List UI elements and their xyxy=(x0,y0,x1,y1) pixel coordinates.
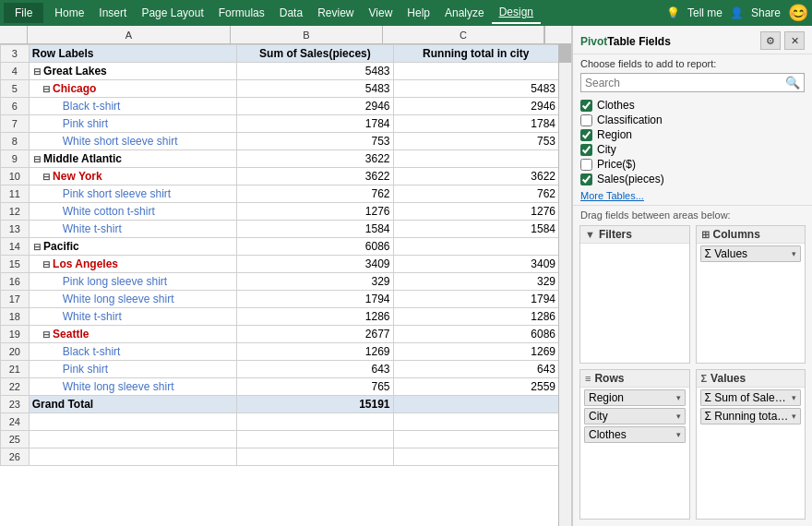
menu-analyze[interactable]: Analyze xyxy=(437,3,492,23)
menu-page-layout[interactable]: Page Layout xyxy=(134,3,210,23)
cell-c[interactable]: Running total in city xyxy=(393,45,558,63)
cell-a[interactable]: ⊟ Seattle xyxy=(29,326,237,343)
cell-c[interactable]: 1784 xyxy=(393,115,558,133)
cell-a[interactable]: Row Labels xyxy=(29,45,237,63)
tellme-label[interactable]: Tell me xyxy=(687,6,722,19)
cell-a[interactable]: White t-shirt xyxy=(29,308,237,326)
cell-a[interactable] xyxy=(29,431,237,448)
cell-c[interactable]: 643 xyxy=(393,361,558,378)
cell-c[interactable] xyxy=(393,63,558,80)
cell-c[interactable]: 762 xyxy=(393,185,558,203)
cell-a[interactable] xyxy=(29,413,237,431)
cell-c[interactable] xyxy=(393,431,558,448)
values-pill[interactable]: Σ Running total ...▾ xyxy=(700,408,802,424)
pivot-close-btn[interactable]: ✕ xyxy=(784,31,805,50)
cell-c[interactable] xyxy=(393,396,558,413)
columns-values-pill[interactable]: Σ Values ▾ xyxy=(700,245,802,262)
pivot-field-checkbox[interactable] xyxy=(580,159,592,171)
cell-a[interactable]: ⊟ Great Lakes xyxy=(29,63,237,80)
cell-b[interactable] xyxy=(237,431,393,448)
cell-b[interactable]: 2946 xyxy=(237,98,393,115)
cell-a[interactable]: ⊟ New York xyxy=(29,168,237,185)
cell-b[interactable]: 5483 xyxy=(237,80,393,98)
cell-c[interactable]: 2946 xyxy=(393,98,558,115)
cell-c[interactable]: 5483 xyxy=(393,80,558,98)
cell-a[interactable]: Pink short sleeve shirt xyxy=(29,185,237,203)
menu-file[interactable]: File xyxy=(4,3,43,23)
cell-a[interactable]: White t-shirt xyxy=(29,221,237,238)
cell-b[interactable]: 15191 xyxy=(237,396,393,413)
cell-a[interactable]: Pink shirt xyxy=(29,361,237,378)
cell-c[interactable]: 3409 xyxy=(393,256,558,273)
cell-b[interactable]: 1584 xyxy=(237,221,393,238)
cell-a[interactable]: ⊟ Pacific xyxy=(29,238,237,256)
cell-c[interactable]: 1276 xyxy=(393,203,558,221)
cell-a[interactable]: Grand Total xyxy=(29,396,237,413)
cell-b[interactable]: 1269 xyxy=(237,343,393,361)
cell-a[interactable]: ⊟ Middle Atlantic xyxy=(29,150,237,168)
scrollbar[interactable] xyxy=(558,44,571,526)
pivot-field-checkbox[interactable] xyxy=(580,114,592,126)
menu-insert[interactable]: Insert xyxy=(91,3,134,23)
pivot-search-box[interactable]: 🔍 xyxy=(580,73,805,92)
cell-c[interactable] xyxy=(393,448,558,466)
rows-pill[interactable]: Clothes▾ xyxy=(584,426,686,443)
cell-b[interactable]: 1784 xyxy=(237,115,393,133)
rows-pill[interactable]: Region▾ xyxy=(584,389,686,406)
cell-c[interactable]: 1286 xyxy=(393,308,558,326)
cell-b[interactable]: 3409 xyxy=(237,256,393,273)
cell-c[interactable]: 2559 xyxy=(393,378,558,396)
cell-a[interactable]: Black t-shirt xyxy=(29,98,237,115)
cell-a[interactable]: White long sleeve shirt xyxy=(29,291,237,308)
pivot-field-checkbox[interactable] xyxy=(580,144,592,156)
menu-data[interactable]: Data xyxy=(272,3,310,23)
col-header-b[interactable]: B xyxy=(231,26,383,43)
cell-a[interactable]: White cotton t-shirt xyxy=(29,203,237,221)
menu-formulas[interactable]: Formulas xyxy=(211,3,272,23)
cell-c[interactable]: 1794 xyxy=(393,291,558,308)
cell-a[interactable]: ⊟ Los Angeles xyxy=(29,256,237,273)
col-header-c[interactable]: C xyxy=(383,26,544,43)
menu-review[interactable]: Review xyxy=(310,3,361,23)
share-label[interactable]: Share xyxy=(751,6,781,19)
menu-design[interactable]: Design xyxy=(492,2,541,24)
scroll-thumb[interactable] xyxy=(559,44,571,63)
cell-b[interactable] xyxy=(237,448,393,466)
cell-c[interactable] xyxy=(393,413,558,431)
cell-c[interactable]: 753 xyxy=(393,133,558,150)
cell-b[interactable]: 765 xyxy=(237,378,393,396)
cell-b[interactable]: 753 xyxy=(237,133,393,150)
cell-b[interactable]: 1276 xyxy=(237,203,393,221)
cell-b[interactable]: 329 xyxy=(237,273,393,291)
cell-a[interactable]: White long sleeve shirt xyxy=(29,378,237,396)
cell-a[interactable]: Black t-shirt xyxy=(29,343,237,361)
cell-a[interactable] xyxy=(29,448,237,466)
cell-b[interactable]: 1286 xyxy=(237,308,393,326)
cell-b[interactable]: 5483 xyxy=(237,63,393,80)
rows-pill[interactable]: City▾ xyxy=(584,408,686,424)
pivot-search-input[interactable] xyxy=(581,75,782,91)
pivot-field-checkbox[interactable] xyxy=(580,100,592,112)
cell-b[interactable]: 643 xyxy=(237,361,393,378)
values-pill[interactable]: Σ Sum of Sales(...▾ xyxy=(700,389,802,406)
cell-c[interactable]: 1269 xyxy=(393,343,558,361)
cell-b[interactable]: 762 xyxy=(237,185,393,203)
menu-home[interactable]: Home xyxy=(47,3,91,23)
pivot-field-checkbox[interactable] xyxy=(580,173,592,185)
cell-c[interactable]: 329 xyxy=(393,273,558,291)
cell-b[interactable] xyxy=(237,413,393,431)
cell-b[interactable]: 3622 xyxy=(237,168,393,185)
cell-b[interactable]: Sum of Sales(pieces) xyxy=(237,45,393,63)
cell-c[interactable]: 1584 xyxy=(393,221,558,238)
col-header-a[interactable]: A xyxy=(28,26,231,43)
cell-c[interactable] xyxy=(393,238,558,256)
cell-c[interactable] xyxy=(393,150,558,168)
cell-a[interactable]: Pink long sleeve shirt xyxy=(29,273,237,291)
pivot-settings-btn[interactable]: ⚙ xyxy=(760,31,781,50)
cell-a[interactable]: ⊟ Chicago xyxy=(29,80,237,98)
cell-a[interactable]: Pink shirt xyxy=(29,115,237,133)
cell-c[interactable]: 6086 xyxy=(393,326,558,343)
cell-c[interactable]: 3622 xyxy=(393,168,558,185)
cell-b[interactable]: 2677 xyxy=(237,326,393,343)
cell-b[interactable]: 3622 xyxy=(237,150,393,168)
